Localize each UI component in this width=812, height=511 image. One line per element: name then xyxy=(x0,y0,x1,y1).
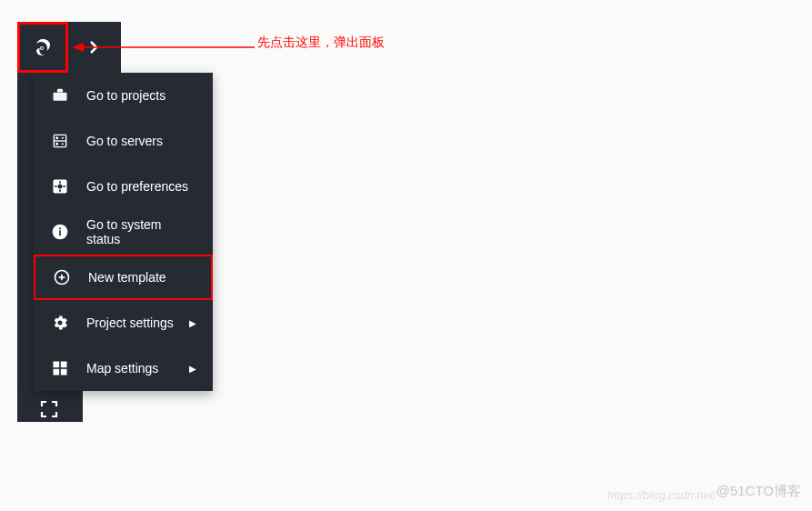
svg-rect-16 xyxy=(59,230,61,235)
gear-box-icon xyxy=(50,176,70,196)
svg-rect-14 xyxy=(63,185,65,187)
fullscreen-icon xyxy=(40,400,58,418)
svg-rect-11 xyxy=(59,181,61,184)
svg-rect-13 xyxy=(55,185,57,187)
menu-item-label: New template xyxy=(88,270,195,285)
svg-rect-12 xyxy=(59,189,61,192)
menu-item-go-to-system-status[interactable]: Go to system status xyxy=(34,209,213,255)
svg-point-10 xyxy=(58,185,63,189)
gear-icon xyxy=(50,313,70,333)
annotation-arrow xyxy=(73,42,255,53)
menu-item-map-settings[interactable]: Map settings▶ xyxy=(34,346,213,391)
menu-item-label: Map settings xyxy=(86,361,189,376)
menu-item-label: Go to preferences xyxy=(86,179,196,194)
plus-circle-icon xyxy=(52,267,72,287)
chameleon-logo-icon xyxy=(32,36,54,58)
svg-rect-25 xyxy=(61,369,67,376)
main-menu-panel: Go to projectsGo to serversGo to prefere… xyxy=(34,73,213,391)
menu-item-project-settings[interactable]: Project settings▶ xyxy=(34,300,213,346)
watermark-brand: @51CTO博客 xyxy=(717,483,801,500)
menu-item-go-to-servers[interactable]: Go to servers xyxy=(34,118,213,164)
submenu-arrow-icon: ▶ xyxy=(189,318,196,328)
svg-point-21 xyxy=(58,321,63,326)
svg-marker-1 xyxy=(73,43,84,52)
svg-point-6 xyxy=(56,144,58,145)
svg-rect-24 xyxy=(54,369,60,376)
menu-item-go-to-projects[interactable]: Go to projects xyxy=(34,73,213,118)
annotation-text: 先点击这里，弹出面板 xyxy=(257,35,385,51)
menu-item-go-to-preferences[interactable]: Go to preferences xyxy=(34,164,213,209)
menu-item-label: Go to system status xyxy=(86,217,196,246)
menu-item-label: Go to projects xyxy=(86,88,196,103)
servers-icon xyxy=(50,131,70,151)
svg-point-5 xyxy=(56,137,58,139)
menu-item-new-template[interactable]: New template xyxy=(34,255,213,300)
menu-item-label: Go to servers xyxy=(86,134,196,148)
grid-icon xyxy=(50,358,70,378)
app-logo-button[interactable] xyxy=(17,22,68,73)
fullscreen-button[interactable] xyxy=(40,400,58,418)
svg-rect-23 xyxy=(61,362,67,368)
svg-point-17 xyxy=(59,227,61,229)
info-icon xyxy=(50,222,70,242)
submenu-arrow-icon: ▶ xyxy=(189,364,196,374)
svg-rect-22 xyxy=(54,362,60,368)
briefcase-icon xyxy=(50,85,70,105)
menu-item-label: Project settings xyxy=(86,316,189,330)
watermark-url: https://blog.csdn.net/ xyxy=(607,488,717,502)
